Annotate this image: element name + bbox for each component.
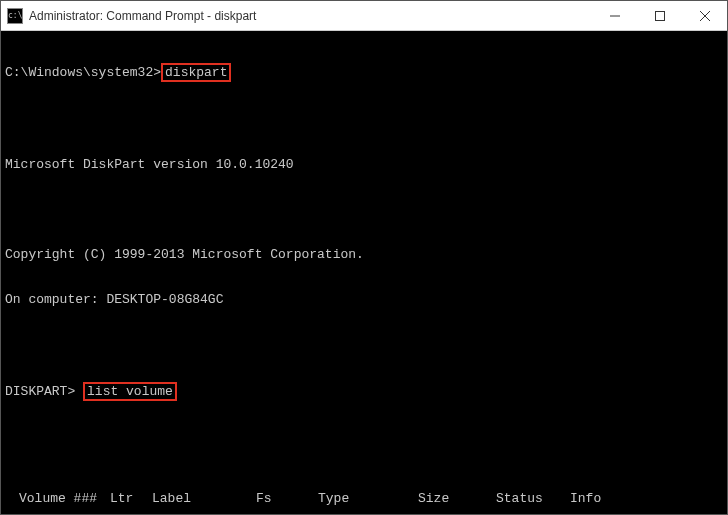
header-label: Label (152, 491, 256, 506)
window-title: Administrator: Command Prompt - diskpart (29, 9, 592, 23)
header-volume-num: Volume ### (5, 491, 110, 506)
header-ltr: Ltr (110, 491, 152, 506)
header-status: Status (486, 491, 570, 506)
header-fs: Fs (256, 491, 318, 506)
maximize-button[interactable] (637, 1, 682, 30)
system32-prompt: C:\Windows\system32> (5, 65, 161, 80)
version-line: Microsoft DiskPart version 10.0.10240 (5, 157, 723, 172)
console-area[interactable]: C:\Windows\system32>diskpart Microsoft D… (1, 31, 727, 514)
close-button[interactable] (682, 1, 727, 30)
cmd-diskpart: diskpart (161, 63, 231, 82)
prompt-line-list: DISKPART> list volume (5, 382, 723, 401)
prompt-line-initial: C:\Windows\system32>diskpart (5, 63, 723, 82)
blank-line (5, 202, 723, 217)
blank-line (5, 337, 723, 352)
svg-rect-1 (655, 11, 664, 20)
minimize-button[interactable] (592, 1, 637, 30)
titlebar: c:\ Administrator: Command Prompt - disk… (1, 1, 727, 31)
blank-line (5, 112, 723, 127)
command-prompt-window: c:\ Administrator: Command Prompt - disk… (0, 0, 728, 515)
minimize-icon (610, 11, 620, 21)
blank-line (5, 431, 723, 446)
header-info: Info (570, 491, 640, 506)
computer-line: On computer: DESKTOP-08G84GC (5, 292, 723, 307)
app-icon: c:\ (7, 8, 23, 24)
header-type: Type (318, 491, 418, 506)
volume-header-row: Volume ### Ltr Label Fs Type Size Status… (5, 491, 723, 506)
copyright-line: Copyright (C) 1999-2013 Microsoft Corpor… (5, 247, 723, 262)
cmd-list-volume: list volume (83, 382, 177, 401)
diskpart-prompt: DISKPART> (5, 384, 75, 399)
maximize-icon (655, 11, 665, 21)
header-size: Size (418, 491, 486, 506)
close-icon (700, 11, 710, 21)
